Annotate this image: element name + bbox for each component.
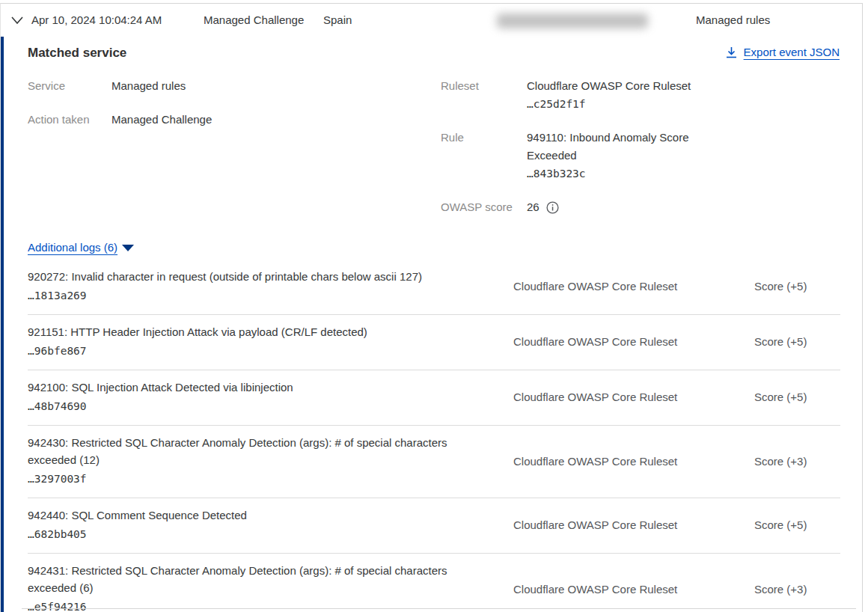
additional-logs-label: Additional logs (6) xyxy=(28,241,117,254)
log-row: 921151: HTTP Header Injection Attack via… xyxy=(28,315,840,370)
service-value: Managed rules xyxy=(111,77,186,95)
log-rule-hash: …96bfe867 xyxy=(28,343,483,360)
info-icon[interactable] xyxy=(546,201,559,214)
action-taken-value: Managed Challenge xyxy=(111,111,212,129)
rule-hash: …843b323c xyxy=(527,165,710,183)
log-description: 942100: SQL Injection Attack Detected vi… xyxy=(28,379,483,396)
action-taken-label: Action taken xyxy=(28,111,111,129)
log-description: 942430: Restricted SQL Character Anomaly… xyxy=(28,434,483,468)
additional-logs-toggle[interactable]: Additional logs (6) xyxy=(28,241,840,254)
log-row: 942430: Restricted SQL Character Anomaly… xyxy=(28,426,840,498)
event-detail-panel: Matched service Export event JSON Servic… xyxy=(1,37,862,612)
event-timestamp: Apr 10, 2024 10:04:24 AM xyxy=(31,13,162,26)
ruleset-value: Cloudflare OWASP Core Ruleset xyxy=(527,77,710,95)
service-field: Service Managed rules xyxy=(28,77,212,95)
matched-service-title: Matched service xyxy=(28,46,126,61)
log-row: 920272: Invalid character in request (ou… xyxy=(28,260,840,315)
log-description: 942440: SQL Comment Sequence Detected xyxy=(28,507,483,524)
log-description: 942431: Restricted SQL Character Anomaly… xyxy=(28,562,483,596)
log-rule-hash: …e5f94216 xyxy=(28,599,483,612)
log-score: Score (+5) xyxy=(754,335,840,348)
event-summary-row[interactable]: Apr 10, 2024 10:04:24 AM Managed Challen… xyxy=(1,4,862,37)
log-ruleset: Cloudflare OWASP Core Ruleset xyxy=(513,335,754,348)
log-ruleset: Cloudflare OWASP Core Ruleset xyxy=(513,391,754,403)
log-ruleset: Cloudflare OWASP Core Ruleset xyxy=(513,518,754,531)
log-row: 942431: Restricted SQL Character Anomaly… xyxy=(28,554,840,612)
log-rule-hash: …682bb405 xyxy=(28,526,483,543)
ruleset-label: Ruleset xyxy=(441,77,527,113)
export-event-json-link[interactable]: Export event JSON xyxy=(726,46,840,58)
action-taken-field: Action taken Managed Challenge xyxy=(28,111,212,129)
log-rule-hash: …1813a269 xyxy=(28,287,483,305)
ruleset-field: Ruleset Cloudflare OWASP Core Ruleset …c… xyxy=(441,77,710,113)
caret-down-icon xyxy=(122,245,134,251)
log-score: Score (+3) xyxy=(754,455,840,468)
log-description: 921151: HTTP Header Injection Attack via… xyxy=(28,323,483,340)
rule-label: Rule xyxy=(441,129,527,183)
ruleset-hash: …c25d2f1f xyxy=(527,95,710,113)
log-score: Score (+3) xyxy=(754,583,840,596)
log-rule-hash: …48b74690 xyxy=(28,398,483,415)
log-score: Score (+5) xyxy=(754,518,840,531)
rule-value: 949110: Inbound Anomaly Score Exceeded xyxy=(527,129,710,165)
log-score: Score (+5) xyxy=(754,391,840,403)
export-event-json-label: Export event JSON xyxy=(744,46,840,58)
log-rule-hash: …3297003f xyxy=(28,471,483,488)
owasp-score-value: 26 xyxy=(527,198,540,216)
matched-service-fields: Service Managed rules Action taken Manag… xyxy=(28,77,840,238)
chevron-down-icon[interactable] xyxy=(10,15,24,25)
log-row: 942100: SQL Injection Attack Detected vi… xyxy=(28,370,840,426)
event-panel: Apr 10, 2024 10:04:24 AM Managed Challen… xyxy=(0,3,863,612)
event-action: Managed Challenge xyxy=(204,13,304,26)
log-ruleset: Cloudflare OWASP Core Ruleset xyxy=(513,583,754,596)
download-icon xyxy=(726,46,737,58)
next-row-divider xyxy=(22,608,856,609)
security-event-detail-view: Apr 10, 2024 10:04:24 AM Managed Challen… xyxy=(0,0,868,612)
event-country: Spain xyxy=(323,13,352,26)
log-row: 942440: SQL Comment Sequence Detected …6… xyxy=(28,498,840,554)
event-service: Managed rules xyxy=(696,13,770,26)
log-ruleset: Cloudflare OWASP Core Ruleset xyxy=(513,455,754,468)
redacted-host-blur xyxy=(497,13,648,28)
additional-logs-table: 920272: Invalid character in request (ou… xyxy=(28,260,840,612)
service-label: Service xyxy=(28,77,111,95)
owasp-score-label: OWASP score xyxy=(441,198,527,216)
log-ruleset: Cloudflare OWASP Core Ruleset xyxy=(513,280,754,293)
rule-field: Rule 949110: Inbound Anomaly Score Excee… xyxy=(441,129,710,183)
log-description: 920272: Invalid character in request (ou… xyxy=(28,268,483,285)
owasp-score-field: OWASP score 26 xyxy=(441,198,710,216)
log-score: Score (+5) xyxy=(754,280,840,293)
